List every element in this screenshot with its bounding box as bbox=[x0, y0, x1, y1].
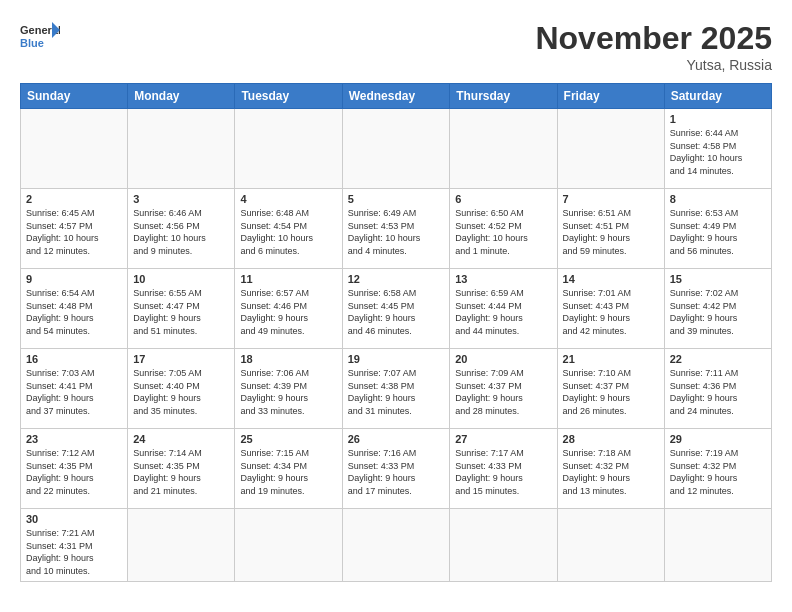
table-row: 10Sunrise: 6:55 AM Sunset: 4:47 PM Dayli… bbox=[128, 269, 235, 349]
table-row bbox=[450, 109, 557, 189]
day-info: Sunrise: 6:46 AM Sunset: 4:56 PM Dayligh… bbox=[133, 207, 229, 257]
calendar-table: Sunday Monday Tuesday Wednesday Thursday… bbox=[20, 83, 772, 582]
col-monday: Monday bbox=[128, 84, 235, 109]
day-info: Sunrise: 7:02 AM Sunset: 4:42 PM Dayligh… bbox=[670, 287, 766, 337]
table-row: 15Sunrise: 7:02 AM Sunset: 4:42 PM Dayli… bbox=[664, 269, 771, 349]
day-number: 17 bbox=[133, 353, 229, 365]
table-row: 19Sunrise: 7:07 AM Sunset: 4:38 PM Dayli… bbox=[342, 349, 450, 429]
day-info: Sunrise: 7:18 AM Sunset: 4:32 PM Dayligh… bbox=[563, 447, 659, 497]
day-number: 21 bbox=[563, 353, 659, 365]
calendar-header-row: Sunday Monday Tuesday Wednesday Thursday… bbox=[21, 84, 772, 109]
day-number: 30 bbox=[26, 513, 122, 525]
table-row: 20Sunrise: 7:09 AM Sunset: 4:37 PM Dayli… bbox=[450, 349, 557, 429]
table-row bbox=[664, 509, 771, 582]
table-row: 16Sunrise: 7:03 AM Sunset: 4:41 PM Dayli… bbox=[21, 349, 128, 429]
table-row: 14Sunrise: 7:01 AM Sunset: 4:43 PM Dayli… bbox=[557, 269, 664, 349]
table-row: 22Sunrise: 7:11 AM Sunset: 4:36 PM Dayli… bbox=[664, 349, 771, 429]
day-number: 25 bbox=[240, 433, 336, 445]
day-info: Sunrise: 6:58 AM Sunset: 4:45 PM Dayligh… bbox=[348, 287, 445, 337]
day-number: 10 bbox=[133, 273, 229, 285]
day-number: 24 bbox=[133, 433, 229, 445]
table-row: 3Sunrise: 6:46 AM Sunset: 4:56 PM Daylig… bbox=[128, 189, 235, 269]
table-row: 17Sunrise: 7:05 AM Sunset: 4:40 PM Dayli… bbox=[128, 349, 235, 429]
table-row: 9Sunrise: 6:54 AM Sunset: 4:48 PM Daylig… bbox=[21, 269, 128, 349]
table-row: 23Sunrise: 7:12 AM Sunset: 4:35 PM Dayli… bbox=[21, 429, 128, 509]
day-info: Sunrise: 7:09 AM Sunset: 4:37 PM Dayligh… bbox=[455, 367, 551, 417]
table-row: 25Sunrise: 7:15 AM Sunset: 4:34 PM Dayli… bbox=[235, 429, 342, 509]
col-wednesday: Wednesday bbox=[342, 84, 450, 109]
table-row bbox=[450, 509, 557, 582]
table-row: 12Sunrise: 6:58 AM Sunset: 4:45 PM Dayli… bbox=[342, 269, 450, 349]
day-number: 19 bbox=[348, 353, 445, 365]
day-number: 9 bbox=[26, 273, 122, 285]
day-info: Sunrise: 7:10 AM Sunset: 4:37 PM Dayligh… bbox=[563, 367, 659, 417]
col-tuesday: Tuesday bbox=[235, 84, 342, 109]
day-info: Sunrise: 6:54 AM Sunset: 4:48 PM Dayligh… bbox=[26, 287, 122, 337]
table-row: 5Sunrise: 6:49 AM Sunset: 4:53 PM Daylig… bbox=[342, 189, 450, 269]
table-row: 26Sunrise: 7:16 AM Sunset: 4:33 PM Dayli… bbox=[342, 429, 450, 509]
day-info: Sunrise: 6:59 AM Sunset: 4:44 PM Dayligh… bbox=[455, 287, 551, 337]
table-row bbox=[21, 109, 128, 189]
day-number: 11 bbox=[240, 273, 336, 285]
table-row bbox=[128, 509, 235, 582]
day-info: Sunrise: 6:49 AM Sunset: 4:53 PM Dayligh… bbox=[348, 207, 445, 257]
table-row: 28Sunrise: 7:18 AM Sunset: 4:32 PM Dayli… bbox=[557, 429, 664, 509]
day-number: 20 bbox=[455, 353, 551, 365]
day-info: Sunrise: 7:17 AM Sunset: 4:33 PM Dayligh… bbox=[455, 447, 551, 497]
table-row: 11Sunrise: 6:57 AM Sunset: 4:46 PM Dayli… bbox=[235, 269, 342, 349]
title-block: November 2025 Yutsa, Russia bbox=[535, 20, 772, 73]
table-row bbox=[342, 509, 450, 582]
table-row: 4Sunrise: 6:48 AM Sunset: 4:54 PM Daylig… bbox=[235, 189, 342, 269]
month-title: November 2025 bbox=[535, 20, 772, 57]
table-row: 2Sunrise: 6:45 AM Sunset: 4:57 PM Daylig… bbox=[21, 189, 128, 269]
day-info: Sunrise: 7:07 AM Sunset: 4:38 PM Dayligh… bbox=[348, 367, 445, 417]
day-info: Sunrise: 6:57 AM Sunset: 4:46 PM Dayligh… bbox=[240, 287, 336, 337]
table-row bbox=[235, 509, 342, 582]
day-info: Sunrise: 7:21 AM Sunset: 4:31 PM Dayligh… bbox=[26, 527, 122, 577]
logo-icon: General Blue bbox=[20, 20, 60, 52]
day-info: Sunrise: 7:14 AM Sunset: 4:35 PM Dayligh… bbox=[133, 447, 229, 497]
day-number: 1 bbox=[670, 113, 766, 125]
day-info: Sunrise: 6:50 AM Sunset: 4:52 PM Dayligh… bbox=[455, 207, 551, 257]
day-number: 13 bbox=[455, 273, 551, 285]
day-info: Sunrise: 7:15 AM Sunset: 4:34 PM Dayligh… bbox=[240, 447, 336, 497]
table-row: 21Sunrise: 7:10 AM Sunset: 4:37 PM Dayli… bbox=[557, 349, 664, 429]
day-number: 3 bbox=[133, 193, 229, 205]
table-row: 1Sunrise: 6:44 AM Sunset: 4:58 PM Daylig… bbox=[664, 109, 771, 189]
table-row: 6Sunrise: 6:50 AM Sunset: 4:52 PM Daylig… bbox=[450, 189, 557, 269]
day-number: 5 bbox=[348, 193, 445, 205]
day-number: 8 bbox=[670, 193, 766, 205]
table-row bbox=[557, 109, 664, 189]
day-info: Sunrise: 7:19 AM Sunset: 4:32 PM Dayligh… bbox=[670, 447, 766, 497]
table-row bbox=[557, 509, 664, 582]
day-number: 23 bbox=[26, 433, 122, 445]
location: Yutsa, Russia bbox=[535, 57, 772, 73]
table-row: 13Sunrise: 6:59 AM Sunset: 4:44 PM Dayli… bbox=[450, 269, 557, 349]
day-info: Sunrise: 7:11 AM Sunset: 4:36 PM Dayligh… bbox=[670, 367, 766, 417]
table-row bbox=[342, 109, 450, 189]
day-number: 2 bbox=[26, 193, 122, 205]
day-info: Sunrise: 6:48 AM Sunset: 4:54 PM Dayligh… bbox=[240, 207, 336, 257]
table-row: 27Sunrise: 7:17 AM Sunset: 4:33 PM Dayli… bbox=[450, 429, 557, 509]
page-header: General Blue November 2025 Yutsa, Russia bbox=[20, 20, 772, 73]
table-row: 18Sunrise: 7:06 AM Sunset: 4:39 PM Dayli… bbox=[235, 349, 342, 429]
day-info: Sunrise: 7:03 AM Sunset: 4:41 PM Dayligh… bbox=[26, 367, 122, 417]
day-number: 29 bbox=[670, 433, 766, 445]
svg-text:Blue: Blue bbox=[20, 37, 44, 49]
logo: General Blue bbox=[20, 20, 60, 52]
table-row bbox=[128, 109, 235, 189]
table-row: 8Sunrise: 6:53 AM Sunset: 4:49 PM Daylig… bbox=[664, 189, 771, 269]
day-info: Sunrise: 7:05 AM Sunset: 4:40 PM Dayligh… bbox=[133, 367, 229, 417]
day-number: 28 bbox=[563, 433, 659, 445]
day-info: Sunrise: 6:53 AM Sunset: 4:49 PM Dayligh… bbox=[670, 207, 766, 257]
table-row: 29Sunrise: 7:19 AM Sunset: 4:32 PM Dayli… bbox=[664, 429, 771, 509]
col-sunday: Sunday bbox=[21, 84, 128, 109]
table-row bbox=[235, 109, 342, 189]
table-row: 24Sunrise: 7:14 AM Sunset: 4:35 PM Dayli… bbox=[128, 429, 235, 509]
day-number: 16 bbox=[26, 353, 122, 365]
day-number: 15 bbox=[670, 273, 766, 285]
day-number: 7 bbox=[563, 193, 659, 205]
day-number: 22 bbox=[670, 353, 766, 365]
day-number: 27 bbox=[455, 433, 551, 445]
day-info: Sunrise: 6:55 AM Sunset: 4:47 PM Dayligh… bbox=[133, 287, 229, 337]
